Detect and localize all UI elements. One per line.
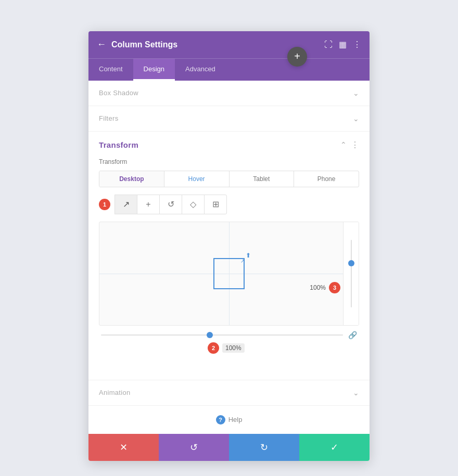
animation-title: Animation (99, 389, 131, 396)
tool-translate[interactable]: + (137, 195, 160, 214)
help-label: Help (228, 416, 243, 423)
h-slider-thumb[interactable] (207, 332, 213, 338)
vertical-slider[interactable] (343, 222, 359, 325)
transform-section: Transform ⌃ ⋮ Transform Desktop Hover Ta… (88, 132, 370, 380)
box-shadow-section: Box Shadow ⌄ (88, 81, 370, 106)
help-row[interactable]: ? Help (88, 406, 370, 434)
tool-scale[interactable]: ↗ (115, 195, 137, 214)
h-slider-track[interactable] (101, 335, 343, 336)
expand-icon[interactable]: ⛶ (324, 40, 333, 49)
device-tab-bar: Desktop Hover Tablet Phone (99, 171, 359, 187)
badge-3: 3 (329, 282, 340, 293)
tab-tablet[interactable]: Tablet (230, 171, 295, 187)
panel-content: Box Shadow ⌄ Filters ⌄ Transform ⌃ ⋮ (88, 81, 370, 434)
badge-2: 2 (208, 342, 219, 354)
box-shadow-chevron: ⌄ (353, 89, 359, 97)
box-shadow-title: Box Shadow (99, 89, 138, 97)
box-shadow-header[interactable]: Box Shadow ⌄ (88, 81, 370, 106)
v-slider-value-group: 100% 3 (310, 282, 340, 293)
transform-more-icon[interactable]: ⋮ (351, 140, 359, 150)
v-slider-thumb[interactable] (348, 260, 354, 266)
h-slider-value: 100% (222, 343, 245, 353)
transform-box: ↗ (213, 258, 245, 289)
panel-header: ← Column Settings ⛶ ▦ ⋮ (88, 31, 370, 58)
transform-collapse-icon[interactable]: ⌃ (340, 140, 347, 149)
transform-header-icons: ⌃ ⋮ (340, 140, 359, 150)
transform-label: Transform (99, 158, 359, 165)
add-button[interactable]: + (287, 47, 307, 67)
tab-content[interactable]: Content (88, 59, 133, 81)
column-settings-panel: ← Column Settings ⛶ ▦ ⋮ Content Design A… (88, 31, 370, 461)
help-icon: ? (216, 415, 225, 424)
canvas-inner: ↗ (99, 222, 359, 325)
tab-design[interactable]: Design (133, 59, 175, 81)
animation-chevron: ⌄ (353, 389, 359, 397)
tab-bar: Content Design Advanced (88, 58, 370, 81)
link-icon[interactable]: 🔗 (348, 331, 357, 339)
tool-skew[interactable]: ◇ (182, 195, 205, 214)
v-slider-value: 100% (310, 284, 326, 291)
tab-phone[interactable]: Phone (294, 171, 359, 187)
tool-rotate[interactable]: ↺ (159, 195, 182, 214)
redo-button[interactable]: ↻ (229, 434, 299, 461)
save-button[interactable]: ✓ (299, 434, 370, 461)
undo-button[interactable]: ↺ (159, 434, 229, 461)
filters-header[interactable]: Filters ⌄ (88, 106, 370, 131)
transform-header[interactable]: Transform ⌃ ⋮ (88, 132, 370, 158)
transform-body: Transform Desktop Hover Tablet Phone 1 ↗… (88, 158, 370, 380)
badge-1: 1 (99, 199, 110, 210)
more-icon[interactable]: ⋮ (353, 40, 361, 49)
transform-canvas[interactable]: ↗ (99, 222, 359, 326)
columns-icon[interactable]: ▦ (339, 40, 347, 49)
header-icons: ⛶ ▦ ⋮ (324, 40, 361, 49)
footer: ✕ ↺ ↻ ✓ (88, 434, 370, 461)
h-slider-value-group: 2 100% (99, 342, 359, 354)
resize-handle-icon: ↗ (240, 258, 245, 264)
tab-hover[interactable]: Hover (164, 171, 230, 187)
animation-header[interactable]: Animation ⌄ (88, 380, 370, 405)
tool-row: 1 ↗ + ↺ ◇ ⊞ (99, 195, 359, 214)
transform-title: Transform (99, 140, 138, 149)
tool-origin[interactable]: ⊞ (204, 195, 227, 214)
tab-desktop[interactable]: Desktop (99, 171, 164, 187)
filters-chevron: ⌄ (353, 114, 359, 123)
tab-advanced[interactable]: Advanced (175, 59, 226, 81)
filters-title: Filters (99, 114, 119, 122)
cancel-button[interactable]: ✕ (88, 434, 159, 461)
filters-section: Filters ⌄ (88, 106, 370, 132)
horizontal-slider-row: 🔗 (99, 331, 359, 339)
back-button[interactable]: ← (97, 39, 106, 50)
v-slider-track[interactable] (351, 240, 352, 307)
animation-section: Animation ⌄ (88, 380, 370, 406)
